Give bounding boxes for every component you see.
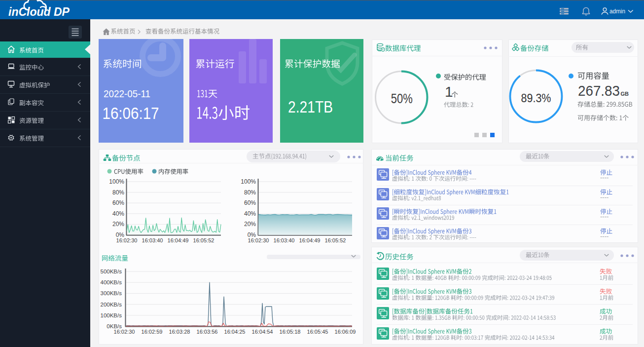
svg-text:16:03:40: 16:03:40 (274, 237, 295, 243)
svg-text:2022-05-11: 2022-05-11 (104, 88, 150, 99)
svg-text:16:03:28: 16:03:28 (169, 329, 190, 335)
svg-text:16:04:54: 16:04:54 (252, 329, 273, 335)
svg-text:GB: GB (621, 91, 629, 97)
svg-text:16:03:40: 16:03:40 (142, 237, 163, 243)
svg-text:500KB/s: 500KB/s (101, 269, 122, 274)
svg-text:60%: 60% (112, 199, 124, 206)
svg-text:16:05:52: 16:05:52 (325, 237, 346, 243)
svg-text:16:04:49: 16:04:49 (168, 237, 189, 243)
svg-text:16:02:59: 16:02:59 (142, 329, 163, 335)
svg-text:60%: 60% (244, 199, 256, 206)
svg-text:100%: 100% (241, 178, 256, 185)
svg-text:2.21TB: 2.21TB (288, 97, 333, 116)
svg-text:16:05:52: 16:05:52 (193, 237, 215, 243)
svg-text:1: 1 (445, 83, 453, 100)
svg-text:100%: 100% (109, 178, 124, 185)
svg-text:admin: admin (609, 7, 625, 15)
svg-text:50%: 50% (391, 91, 413, 106)
svg-text:16:06:17: 16:06:17 (103, 104, 159, 122)
svg-text:80%: 80% (244, 189, 256, 196)
svg-text:16:05:18: 16:05:18 (280, 329, 301, 335)
svg-text:80%: 80% (112, 189, 124, 196)
svg-text:100KB/s: 100KB/s (101, 312, 122, 318)
svg-text:16:02:30: 16:02:30 (114, 329, 135, 335)
svg-text:200KB/s: 200KB/s (101, 302, 122, 308)
svg-text:16:02:30: 16:02:30 (248, 237, 269, 243)
svg-text:16:05:45: 16:05:45 (307, 329, 328, 335)
svg-text:20%: 20% (244, 221, 256, 228)
svg-text:inCloud DP: inCloud DP (8, 5, 70, 18)
svg-text:20%: 20% (112, 221, 124, 228)
svg-text:89.3%: 89.3% (521, 91, 551, 105)
svg-text:400KB/s: 400KB/s (101, 279, 122, 285)
svg-text:16:04:25: 16:04:25 (224, 329, 246, 335)
svg-text:16:02:30: 16:02:30 (116, 237, 138, 243)
svg-text:40%: 40% (112, 210, 124, 217)
svg-text:16:03:56: 16:03:56 (197, 329, 218, 335)
svg-text:40%: 40% (244, 210, 256, 217)
svg-text:16:06:09: 16:06:09 (335, 329, 356, 335)
svg-text:267.83: 267.83 (578, 82, 620, 99)
svg-text:16:04:49: 16:04:49 (299, 237, 321, 243)
svg-text:300KB/s: 300KB/s (101, 290, 122, 296)
